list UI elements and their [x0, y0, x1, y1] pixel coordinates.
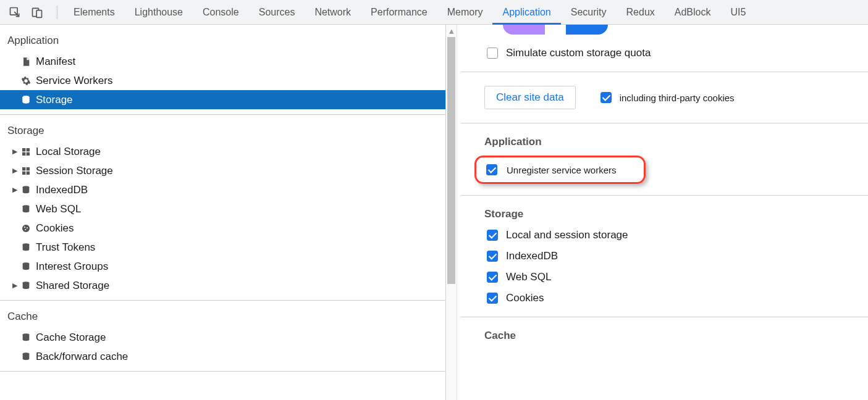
svg-rect-5 [27, 148, 30, 151]
database-icon [20, 204, 32, 214]
database-icon [20, 185, 32, 195]
tab-elements[interactable]: Elements [64, 0, 125, 25]
storage-panel: Simulate custom storage quota Clear site… [457, 25, 868, 400]
sidebar-item-shared-storage[interactable]: ▶ Shared Storage [0, 276, 445, 295]
svg-rect-7 [27, 152, 30, 155]
sidebar-item-cookies[interactable]: Cookies [0, 219, 445, 238]
tab-console[interactable]: Console [193, 0, 249, 25]
svg-point-14 [22, 225, 30, 232]
database-icon [20, 262, 32, 272]
divider [461, 317, 868, 317]
local-session-storage-label: Local and session storage [506, 229, 628, 241]
tab-lighthouse[interactable]: Lighthouse [125, 0, 193, 25]
section-application-header: Application [484, 136, 868, 148]
simulate-quota-label: Simulate custom storage quota [506, 47, 651, 59]
sidebar-item-storage[interactable]: Storage [0, 90, 445, 109]
tab-memory[interactable]: Memory [437, 0, 493, 25]
inspect-element-icon[interactable] [6, 4, 23, 21]
sidebar-item-trust-tokens[interactable]: Trust Tokens [0, 238, 445, 257]
tab-sources[interactable]: Sources [249, 0, 305, 25]
cookies-checkbox[interactable] [487, 293, 498, 304]
sidebar-section-storage: Storage [0, 115, 445, 142]
including-third-party-label: including third-party cookies [620, 93, 735, 103]
sidebar-item-web-sql[interactable]: Web SQL [0, 199, 445, 219]
unregister-service-workers-highlight: Unregister service workers [474, 156, 646, 184]
device-toolbar-icon[interactable] [28, 4, 46, 21]
chevron-right-icon[interactable]: ▶ [10, 281, 20, 290]
sidebar-item-service-workers[interactable]: Service Workers [0, 71, 445, 90]
tab-security[interactable]: Security [561, 0, 617, 25]
scroll-up-icon[interactable]: ▴ [446, 25, 457, 37]
section-cache-header: Cache [484, 330, 868, 342]
usage-pie-chart [503, 25, 608, 35]
sidebar-item-cache-storage[interactable]: Cache Storage [0, 328, 445, 347]
devtools-tabstrip: Elements Lighthouse Console Sources Netw… [0, 0, 868, 25]
tab-redux[interactable]: Redux [617, 0, 665, 25]
file-icon [20, 57, 32, 67]
grid-icon [20, 147, 32, 157]
unregister-service-workers-label: Unregister service workers [507, 165, 617, 175]
tab-ui5[interactable]: UI5 [721, 0, 756, 25]
database-icon [20, 281, 32, 291]
unregister-service-workers-checkbox[interactable] [486, 164, 497, 175]
database-icon [20, 95, 32, 105]
svg-point-16 [27, 227, 28, 228]
sidebar-item-local-storage[interactable]: ▶ Local Storage [0, 142, 445, 161]
sidebar-item-indexeddb[interactable]: ▶ IndexedDB [0, 180, 445, 199]
cookie-icon [20, 223, 32, 233]
divider [461, 195, 868, 196]
database-icon [20, 333, 32, 343]
cookies-label: Cookies [506, 292, 544, 304]
local-session-storage-checkbox[interactable] [487, 230, 498, 241]
divider [461, 123, 868, 123]
sidebar-section-application: Application [0, 25, 445, 52]
sidebar-item-session-storage[interactable]: ▶ Session Storage [0, 161, 445, 180]
simulate-quota-checkbox[interactable] [487, 48, 498, 59]
web-sql-checkbox[interactable] [487, 272, 498, 283]
svg-rect-2 [36, 10, 41, 17]
svg-point-17 [25, 229, 26, 230]
divider [0, 371, 445, 372]
tab-adblock[interactable]: AdBlock [665, 0, 721, 25]
database-icon [20, 352, 32, 362]
sidebar-item-manifest[interactable]: Manifest [0, 52, 445, 71]
svg-rect-8 [22, 167, 25, 170]
chevron-right-icon[interactable]: ▶ [10, 167, 20, 175]
section-storage-header: Storage [484, 208, 868, 220]
tab-divider [57, 6, 57, 19]
web-sql-label: Web SQL [506, 271, 551, 283]
indexeddb-checkbox[interactable] [487, 251, 498, 262]
including-third-party-checkbox[interactable] [600, 92, 612, 103]
indexeddb-label: IndexedDB [506, 250, 558, 262]
svg-rect-10 [22, 171, 25, 174]
chevron-right-icon[interactable]: ▶ [10, 148, 20, 156]
sidebar-section-cache: Cache [0, 301, 445, 328]
grid-icon [20, 166, 32, 176]
sidebar-scrollbar[interactable]: ▴ [446, 25, 457, 400]
chevron-right-icon[interactable]: ▶ [10, 186, 20, 194]
sidebar-item-interest-groups[interactable]: Interest Groups [0, 257, 445, 276]
svg-rect-4 [22, 148, 25, 151]
sidebar-item-back-forward-cache[interactable]: Back/forward cache [0, 347, 445, 366]
tab-application[interactable]: Application [492, 0, 560, 25]
clear-site-data-button[interactable]: Clear site data [484, 86, 576, 109]
tab-performance[interactable]: Performance [361, 0, 437, 25]
gear-icon [20, 76, 32, 86]
tab-network[interactable]: Network [305, 0, 361, 25]
svg-point-15 [24, 227, 25, 228]
database-icon [20, 243, 32, 252]
application-sidebar: Application Manifest Service Workers Sto… [0, 25, 446, 400]
scrollbar-thumb[interactable] [447, 37, 455, 284]
svg-rect-11 [27, 171, 30, 174]
svg-rect-9 [27, 167, 30, 170]
svg-rect-6 [22, 152, 25, 155]
